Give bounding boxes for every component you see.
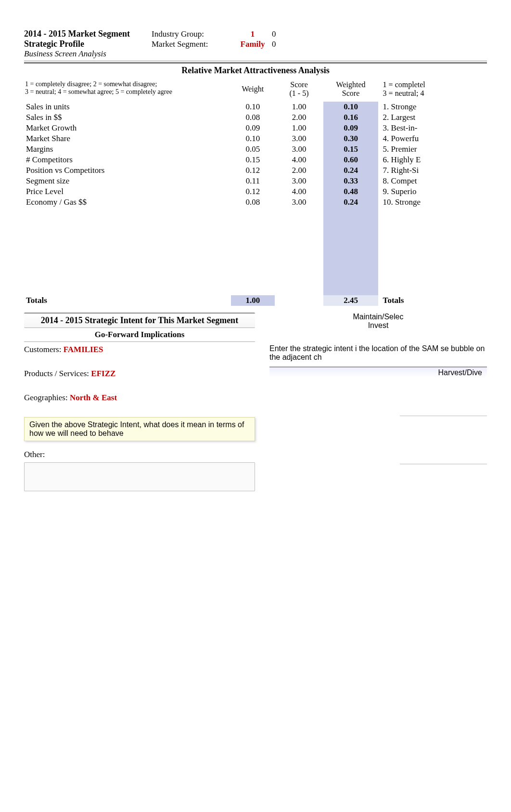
row-label: Sales in $$ [24, 112, 231, 123]
totals-weighted: 2.45 [323, 295, 378, 306]
row-weighted-score: 0.24 [323, 165, 378, 176]
industry-group-label: Industry Group: [152, 29, 233, 39]
market-segment-label: Market Segment: [152, 39, 233, 49]
customers-label: Customers: [24, 345, 64, 354]
row-score: 3.00 [275, 144, 324, 155]
row-weighted-score: 0.33 [323, 176, 378, 186]
products-row: Products / Services: EFIZZ [24, 369, 255, 379]
col-weight-header: Weight [231, 77, 275, 102]
table-row: Price Level0.124.000.489. Superio [24, 186, 487, 197]
analysis-section-title: Relative Market Attractiveness Analysis [24, 65, 487, 77]
row-score: 2.00 [275, 112, 324, 123]
row-right-note: 9. Superio [378, 186, 487, 197]
row-right-note: 1. Stronge [378, 102, 487, 112]
row-score: 2.00 [275, 165, 324, 176]
row-score: 1.00 [275, 102, 324, 112]
row-right-note: 3. Best-in- [378, 123, 487, 133]
table-row: Position vs Competitors0.122.000.247. Ri… [24, 165, 487, 176]
intent-hint: Enter the strategic intent i the locatio… [269, 344, 487, 362]
harvest-label: Harvest/Dive [269, 367, 487, 377]
row-label: # Competitors [24, 155, 231, 165]
chart-stub [269, 396, 487, 483]
table-row: Market Share0.103.000.304. Powerfu [24, 133, 487, 144]
row-weight: 0.09 [231, 123, 275, 133]
row-right-note: 2. Largest [378, 112, 487, 123]
row-weight: 0.05 [231, 144, 275, 155]
maintain-label: Maintain/Selec Invest [269, 313, 487, 330]
analysis-table: 1 = completely disagree; 2 = somewhat di… [24, 77, 487, 306]
row-weighted-score: 0.48 [323, 186, 378, 197]
row-weight: 0.15 [231, 155, 275, 165]
row-score: 1.00 [275, 123, 324, 133]
row-weight: 0.08 [231, 112, 275, 123]
table-row: Sales in units0.101.000.101. Stronge [24, 102, 487, 112]
title-line2: Strategic Profile [24, 39, 152, 49]
totals-row: Totals 1.00 2.45 Totals [24, 295, 487, 306]
legend-line2: 3 = neutral; 4 = somewhat agree; 5 = com… [25, 88, 230, 96]
market-segment-value: Family [233, 39, 272, 49]
products-label: Products / Services: [24, 369, 91, 378]
customers-value: FAMILIES [64, 345, 103, 354]
table-row: Margins0.053.000.155. Premier [24, 144, 487, 155]
row-label: Position vs Competitors [24, 165, 231, 176]
row-weighted-score: 0.60 [323, 155, 378, 165]
table-row: Economy / Gas $$0.083.000.2410. Stronge [24, 197, 487, 208]
row-label: Economy / Gas $$ [24, 197, 231, 208]
row-right-note: 6. Highly E [378, 155, 487, 165]
row-weight: 0.12 [231, 165, 275, 176]
other-input[interactable] [24, 462, 255, 491]
goforward-title: Go-Forward Implications [24, 328, 255, 342]
row-label: Market Share [24, 133, 231, 144]
row-right-note: 4. Powerfu [378, 133, 487, 144]
table-row: Segment size0.113.000.338. Compet [24, 176, 487, 186]
row-right-note: 7. Right-Si [378, 165, 487, 176]
table-header-row: 1 = completely disagree; 2 = somewhat di… [24, 77, 487, 102]
separator [24, 62, 487, 64]
row-label: Price Level [24, 186, 231, 197]
row-weighted-score: 0.09 [323, 123, 378, 133]
row-score: 4.00 [275, 186, 324, 197]
geographies-value: North & East [70, 393, 117, 402]
row-weighted-score: 0.15 [323, 144, 378, 155]
row-weight: 0.10 [231, 133, 275, 144]
row-weighted-score: 0.16 [323, 112, 378, 123]
row-weighted-score: 0.24 [323, 197, 378, 208]
row-label: Market Growth [24, 123, 231, 133]
title-line1: 2014 - 2015 Market Segment [24, 29, 152, 39]
table-row: Market Growth0.091.000.093. Best-in- [24, 123, 487, 133]
other-label: Other: [24, 450, 255, 459]
row-weighted-score: 0.10 [323, 102, 378, 112]
row-right-note: 10. Stronge [378, 197, 487, 208]
col-score-header: Score (1 - 5) [275, 77, 324, 102]
right-legend-header: 1 = completel 3 = neutral; 4 [378, 77, 487, 102]
row-label: Segment size [24, 176, 231, 186]
page: 2014 - 2015 Market Segment Industry Grou… [0, 0, 511, 588]
industry-group-value: 1 [233, 29, 272, 39]
row-score: 3.00 [275, 176, 324, 186]
geographies-row: Geographies: North & East [24, 393, 255, 403]
geographies-label: Geographies: [24, 393, 70, 402]
totals-right: Totals [378, 295, 487, 306]
strategic-intent-note: Given the above Strategic Intent, what d… [24, 417, 255, 441]
header-block: 2014 - 2015 Market Segment Industry Grou… [24, 29, 487, 61]
row-weight: 0.12 [231, 186, 275, 197]
table-row: Sales in $$0.082.000.162. Largest [24, 112, 487, 123]
maintain-line2: Invest [368, 321, 389, 329]
legend-line1: 1 = completely disagree; 2 = somewhat di… [25, 80, 230, 88]
row-score: 3.00 [275, 197, 324, 208]
row-right-note: 5. Premier [378, 144, 487, 155]
row-right-note: 8. Compet [378, 176, 487, 186]
row-weighted-score: 0.30 [323, 133, 378, 144]
strategic-intent-section: 2014 - 2015 Strategic Intent for This Ma… [24, 313, 487, 491]
row-weight: 0.11 [231, 176, 275, 186]
subtitle: Business Screen Analysis [24, 49, 152, 59]
maintain-line1: Maintain/Selec [353, 313, 404, 321]
totals-label: Totals [24, 295, 231, 306]
totals-weight: 1.00 [231, 295, 275, 306]
table-row: # Competitors0.154.000.606. Highly E [24, 155, 487, 165]
products-value: EFIZZ [91, 369, 115, 378]
row-score: 3.00 [275, 133, 324, 144]
note-area: P Given the above Strategic Intent, what… [24, 417, 255, 441]
intent-title: 2014 - 2015 Strategic Intent for This Ma… [24, 313, 255, 328]
customers-row: Customers: FAMILIES [24, 345, 255, 354]
